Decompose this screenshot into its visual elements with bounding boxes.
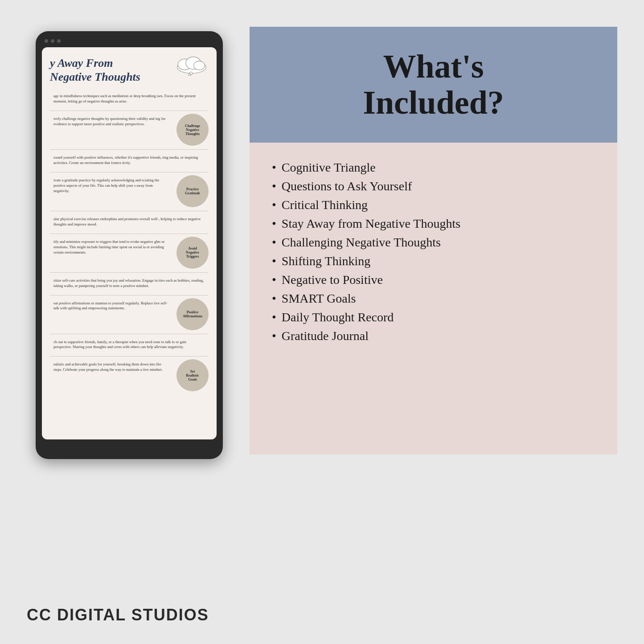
brand-name: CC DIGITAL STUDIOS <box>27 606 209 624</box>
badge-goals: SetRealisticGoals <box>176 359 209 391</box>
list-item-4: Stay Away from Negative Thoughts <box>272 217 595 231</box>
divider-2 <box>50 149 209 150</box>
badge-avoid-triggers: AvoidNegativeTriggers <box>176 237 209 269</box>
cloud-icon <box>174 53 209 76</box>
tablet-text-7: ritize self-care activities that bring y… <box>50 275 209 291</box>
tablet-text-4: ivate a gratitude practice by regularly … <box>50 175 173 197</box>
list-item-9: Daily Thought Record <box>272 310 595 324</box>
tablet-row-7: ritize self-care activities that bring y… <box>50 275 209 291</box>
tablet-text-10: ealistic and achievable goals for yourse… <box>50 359 173 375</box>
divider-3 <box>50 172 209 172</box>
tablet-row-2: ively challenge negative thoughts by que… <box>50 114 209 146</box>
camera-dot-2 <box>51 39 54 43</box>
list-item-5: Challenging Negative Thoughts <box>272 235 595 250</box>
main-content: y Away From Negative Thoughts age in min… <box>0 0 644 586</box>
list-item-7: Negative to Positive <box>272 273 595 287</box>
divider-7 <box>50 295 209 295</box>
list-item-6: Shifting Thinking <box>272 254 595 268</box>
badge-challenge: ChallengeNegativeThoughts <box>176 114 209 146</box>
tablet-text-1: age in mindfulness techniques such as me… <box>50 91 209 107</box>
tablet-device: y Away From Negative Thoughts age in min… <box>36 31 223 459</box>
tablet-text-5: ular physical exercise releases endorphi… <box>50 214 209 230</box>
divider-1 <box>50 111 209 111</box>
divider-5 <box>50 234 209 234</box>
tablet-content: y Away From Negative Thoughts age in min… <box>42 47 217 439</box>
footer: CC DIGITAL STUDIOS <box>0 586 644 644</box>
included-list: Cognitive Triangle Questions to Ask Your… <box>272 160 595 343</box>
tablet-text-2: ively challenge negative thoughts by que… <box>50 114 173 130</box>
tablet-row-4: ivate a gratitude practice by regularly … <box>50 175 209 207</box>
badge-gratitude: PracticeGratitude <box>176 175 209 207</box>
list-item-1: Cognitive Triangle <box>272 160 595 175</box>
tablet-camera-row <box>42 39 217 43</box>
tablet-row-9: ch out to supportive friends, family, or… <box>50 337 209 353</box>
list-item-8: SMART Goals <box>272 291 595 306</box>
badge-affirmations: PositiveAffirmations <box>176 298 209 330</box>
tablet-row-5: ular physical exercise releases endorphi… <box>50 214 209 230</box>
list-item-3: Critical Thinking <box>272 198 595 212</box>
whats-included-title: What's Included? <box>363 49 504 121</box>
tablet-text-9: ch out to supportive friends, family, or… <box>50 337 209 353</box>
divider-6 <box>50 272 209 273</box>
whats-included-list-panel: Cognitive Triangle Questions to Ask Your… <box>250 143 617 455</box>
tablet-row-8: eat positive affirmations or mantras to … <box>50 298 209 330</box>
camera-dot-3 <box>57 39 61 43</box>
tablet-wrapper: y Away From Negative Thoughts age in min… <box>27 27 232 459</box>
divider-4 <box>50 211 209 211</box>
divider-9 <box>50 356 209 357</box>
svg-point-5 <box>189 74 191 76</box>
tablet-screen: y Away From Negative Thoughts age in min… <box>42 47 217 439</box>
tablet-row-10: ealistic and achievable goals for yourse… <box>50 359 209 391</box>
tablet-text-3: round yourself with positive influences,… <box>50 152 209 168</box>
tablet-row-6: tify and minimize exposure to triggers t… <box>50 237 209 269</box>
list-item-10: Gratitude Journal <box>272 329 595 343</box>
whats-included-header: What's Included? <box>250 27 617 143</box>
list-item-2: Questions to Ask Yourself <box>272 179 595 193</box>
tablet-text-8: eat positive affirmations or mantras to … <box>50 298 173 314</box>
tablet-row-3: round yourself with positive influences,… <box>50 152 209 168</box>
camera-dot-1 <box>45 39 48 43</box>
tablet-row-1: age in mindfulness techniques such as me… <box>50 91 209 107</box>
tablet-text-6: tify and minimize exposure to triggers t… <box>50 237 173 258</box>
svg-point-3 <box>194 61 205 70</box>
right-panel: What's Included? Cognitive Triangle Ques… <box>250 27 617 455</box>
divider-8 <box>50 334 209 334</box>
